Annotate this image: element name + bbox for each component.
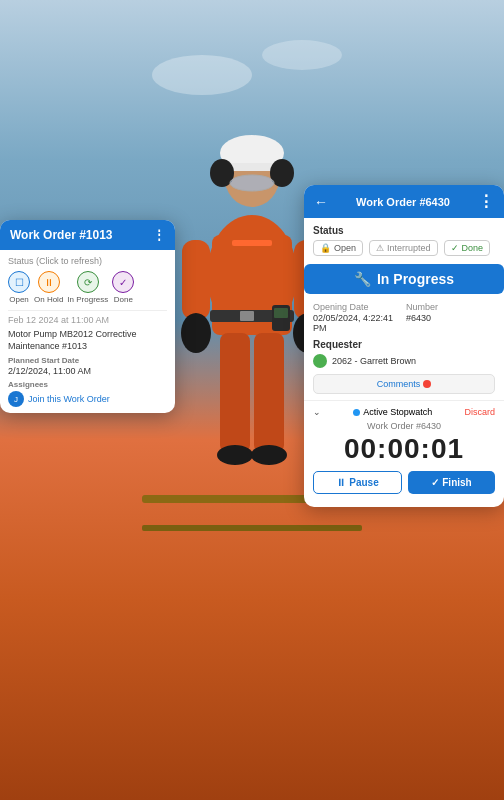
inprogress-label: In Progress: [67, 295, 108, 304]
divider: [8, 310, 167, 311]
comments-button[interactable]: Comments: [313, 374, 495, 394]
svg-rect-15: [182, 240, 210, 320]
svg-point-8: [230, 175, 274, 191]
svg-rect-10: [232, 240, 272, 246]
work-order-6430-card: ← Work Order #6430 ⋮ Status 🔒 Open ⚠ Int…: [304, 185, 504, 507]
assignee-avatar: J: [8, 391, 24, 407]
status-done-pill[interactable]: ✓ Done: [444, 240, 491, 256]
chevron-down-icon[interactable]: ⌄: [313, 407, 321, 417]
pause-icon: ⏸: [336, 477, 346, 488]
number-value: #6430: [406, 313, 495, 323]
opening-date-label: Opening Date: [313, 302, 402, 312]
status-section-label: Status: [313, 225, 495, 236]
status-click-label[interactable]: Status (Click to refresh): [8, 256, 167, 266]
svg-point-1: [262, 40, 342, 70]
stopwatch-section: ⌄ Active Stopwatch Discard Work Order #6…: [304, 400, 504, 500]
assignee-row: J Join this Work Order: [8, 391, 167, 407]
hold-icon: ⏸: [38, 271, 60, 293]
finish-button[interactable]: ✓ Finish: [408, 471, 495, 494]
back-arrow-icon[interactable]: ←: [314, 194, 328, 210]
done-icon: ✓: [112, 271, 134, 293]
number-cell: Number #6430: [406, 302, 495, 333]
requester-section: Requester 2062 - Garrett Brown: [313, 339, 495, 368]
pause-button[interactable]: ⏸ Pause: [313, 471, 402, 494]
stopwatch-header: ⌄ Active Stopwatch Discard: [313, 407, 495, 417]
comments-label: Comments: [377, 379, 421, 389]
card-right-header: ← Work Order #6430 ⋮: [304, 185, 504, 218]
svg-point-17: [181, 313, 211, 353]
active-dot-icon: [353, 409, 360, 416]
number-label: Number: [406, 302, 495, 312]
requester-avatar: [313, 354, 327, 368]
tab-hold[interactable]: ⏸ On Hold: [34, 271, 63, 304]
active-stopwatch-label: Active Stopwatch: [363, 407, 432, 417]
card-left-more-icon[interactable]: ⋮: [153, 228, 165, 242]
done-status-label: Done: [462, 243, 484, 253]
open-status-label: Open: [334, 243, 356, 253]
interrupted-status-label: Interrupted: [387, 243, 431, 253]
svg-rect-20: [254, 333, 284, 453]
discard-button[interactable]: Discard: [464, 407, 495, 417]
pause-label: Pause: [349, 477, 378, 488]
in-progress-badge[interactable]: 🔧 In Progress: [304, 264, 504, 294]
date-line: Feb 12 2024 at 11:00 AM: [8, 315, 167, 325]
requester-name: 2062 - Garrett Brown: [332, 356, 416, 366]
finish-label: Finish: [442, 477, 471, 488]
planned-start-label: Planned Start Date: [8, 356, 167, 365]
active-stopwatch-row: Active Stopwatch: [353, 407, 432, 417]
opening-date-value: 02/05/2024, 4:22:41 PM: [313, 313, 402, 333]
svg-rect-14: [274, 308, 288, 318]
done-label: Done: [114, 295, 133, 304]
warning-icon: ⚠: [376, 243, 384, 253]
status-tabs: ☐ Open ⏸ On Hold ⟳ In Progress ✓ Done: [8, 271, 167, 304]
card-left-title: Work Order #1013: [10, 228, 113, 242]
stopwatch-time-display: 00:00:01: [313, 433, 495, 465]
status-open-pill[interactable]: 🔒 Open: [313, 240, 363, 256]
requester-label: Requester: [313, 339, 495, 350]
finish-icon: ✓: [431, 477, 439, 488]
status-interrupted-pill[interactable]: ⚠ Interrupted: [369, 240, 438, 256]
open-icon: ☐: [8, 271, 30, 293]
hold-label: On Hold: [34, 295, 63, 304]
svg-point-0: [152, 55, 252, 95]
in-progress-label: In Progress: [377, 271, 454, 287]
opening-date-cell: Opening Date 02/05/2024, 4:22:41 PM: [313, 302, 402, 333]
wrench-icon: 🔧: [354, 271, 371, 287]
planned-start-value: 2/12/2024, 11:00 AM: [8, 366, 167, 376]
card-right-title: Work Order #6430: [356, 196, 450, 208]
open-label: Open: [9, 295, 29, 304]
svg-point-22: [251, 445, 287, 465]
svg-rect-12: [240, 311, 254, 321]
lock-icon: 🔒: [320, 243, 331, 253]
more-dots-icon[interactable]: ⋮: [478, 192, 494, 211]
assignees-label: Assignees: [8, 380, 167, 389]
stopwatch-actions: ⏸ Pause ✓ Finish: [313, 471, 495, 494]
tab-open[interactable]: ☐ Open: [8, 271, 30, 304]
card-right-body: Status 🔒 Open ⚠ Interrupted ✓ Done 🔧 In …: [304, 218, 504, 507]
svg-rect-19: [220, 333, 250, 453]
tab-inprogress[interactable]: ⟳ In Progress: [67, 271, 108, 304]
work-description: Motor Pump MB2012 Corrective Maintenance…: [8, 329, 167, 352]
tab-done[interactable]: ✓ Done: [112, 271, 134, 304]
card-left-header: Work Order #1013 ⋮: [0, 220, 175, 250]
status-options-row: 🔒 Open ⚠ Interrupted ✓ Done: [313, 240, 495, 256]
requester-row: 2062 - Garrett Brown: [313, 354, 495, 368]
inprogress-icon: ⟳: [77, 271, 99, 293]
card-left-body: Status (Click to refresh) ☐ Open ⏸ On Ho…: [0, 250, 175, 413]
check-icon: ✓: [451, 243, 459, 253]
stopwatch-work-order-label: Work Order #6430: [313, 421, 495, 431]
info-grid: Opening Date 02/05/2024, 4:22:41 PM Numb…: [313, 302, 495, 333]
work-order-1013-card: Work Order #1013 ⋮ Status (Click to refr…: [0, 220, 175, 413]
svg-rect-24: [142, 525, 362, 531]
comment-notification-dot: [423, 380, 431, 388]
svg-point-21: [217, 445, 253, 465]
assignee-link[interactable]: Join this Work Order: [28, 394, 110, 404]
